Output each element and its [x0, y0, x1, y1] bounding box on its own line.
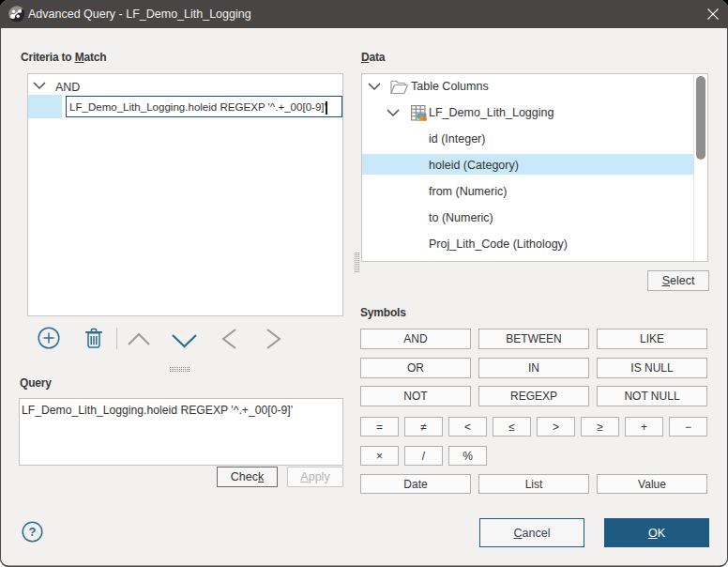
svg-text:?: ? — [29, 525, 37, 539]
